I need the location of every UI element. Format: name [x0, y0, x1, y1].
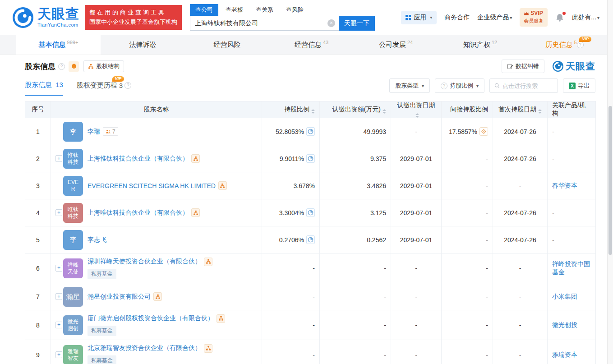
column-header-持股比例[interactable]: 持股比例 — [262, 101, 320, 118]
expand-button[interactable]: + — [55, 351, 62, 358]
shareholder-name-link[interactable]: 瀚星创业投资有限公司 — [88, 293, 151, 301]
shareholder-name-link[interactable]: 北京雅瑞智友投资合伙企业（有限合伙） — [88, 344, 201, 352]
sort-icon[interactable] — [383, 109, 386, 114]
shareholder-avatar[interactable]: 李 — [63, 230, 83, 250]
apps-menu[interactable]: 应用 ▾ — [401, 11, 437, 24]
holding-ratio-value: 3.678% — [294, 182, 315, 189]
tab-历史信息[interactable]: VIP历史信息5? — [522, 35, 607, 55]
expand-button[interactable]: + — [55, 265, 62, 272]
data-correction-button[interactable]: 数据纠错 — [502, 60, 544, 73]
shareholder-avatar[interactable]: 惟钛科技 — [63, 149, 83, 169]
table-row: 3EVEREVERGREEN SCITECH SIGMA HK LIMITED3… — [25, 172, 596, 199]
shareholder-name-link[interactable]: 深圳祥峰天使投资合伙企业（有限合伙） — [88, 258, 201, 266]
sort-icon[interactable] — [311, 109, 315, 114]
indirect-ratio-cell: - — [442, 226, 493, 253]
column-header-认缴出资日期[interactable]: 认缴出资日期 — [391, 101, 442, 118]
related-product-link[interactable]: 小米集团 — [552, 293, 577, 300]
equity-structure-button[interactable]: 股权结构 — [83, 60, 124, 72]
subtab-count: 3 — [119, 82, 123, 89]
table-body: 1李李瑞752.8053%49.9993-17.5857%2024-07-26-… — [25, 118, 596, 364]
clear-search-icon[interactable]: × — [327, 19, 335, 27]
help-icon[interactable]: ? — [58, 63, 65, 70]
search-tab-查关系[interactable]: 查关系 — [250, 4, 279, 16]
equity-structure-icon[interactable] — [153, 292, 162, 301]
indirect-holding-icon[interactable] — [479, 127, 488, 136]
sort-icon[interactable] — [538, 109, 542, 114]
related-product-link[interactable]: 微光创投 — [552, 321, 577, 328]
equity-structure-icon[interactable] — [191, 208, 200, 217]
equity-structure-icon[interactable] — [217, 314, 225, 323]
svip-membership-button[interactable]: SVIP 会员服务 — [520, 8, 548, 27]
table-search-input[interactable] — [502, 83, 553, 89]
history-clock-icon[interactable] — [306, 127, 315, 136]
tab-法律诉讼[interactable]: 法律诉讼 — [101, 35, 185, 55]
search-tab-查公司[interactable]: 查公司 — [190, 4, 218, 16]
tab-经营风险[interactable]: 经营风险 — [185, 35, 269, 55]
notifications-bell-icon[interactable] — [555, 13, 564, 22]
subscribed-date-cell: 2029-07-01 — [391, 145, 442, 172]
equity-structure-icon[interactable] — [218, 181, 227, 190]
account-menu[interactable]: 此处有...▾ — [572, 14, 599, 22]
shareholder-avatar[interactable]: 雅瑞智友 — [63, 345, 83, 364]
shareholder-name-link[interactable]: 厦门微光启创股权投资合伙企业（有限合伙） — [88, 314, 214, 323]
shareholder-avatar[interactable]: 李 — [63, 122, 83, 142]
search-tab-查老板[interactable]: 查老板 — [220, 4, 249, 16]
nav-enterprise[interactable]: 企业级产品▾ — [477, 14, 512, 22]
tianyancha-logo[interactable]: 天眼查 TianYanCha.com — [13, 7, 79, 28]
shareholder-avatar[interactable]: 唯钛科技 — [63, 203, 83, 223]
subscribe-bell-icon[interactable] — [69, 61, 79, 72]
shareholder-avatar[interactable]: EVER — [63, 176, 83, 196]
related-product-link[interactable]: 祥峰投资中国基金 — [552, 260, 590, 276]
tab-经营信息[interactable]: 经营信息43 — [269, 35, 354, 55]
tab-公司发展[interactable]: 公司发展24 — [354, 35, 438, 55]
shareholder-name-link[interactable]: 李志飞 — [88, 236, 106, 244]
row-index-cell: 3 — [25, 172, 51, 199]
related-product-link[interactable]: 春华资本 — [552, 182, 577, 189]
subscribed-amount-cell: - — [320, 253, 391, 283]
column-header-认缴出资额(万元)[interactable]: 认缴出资额(万元) — [320, 101, 391, 118]
shareholder-name-cell: +惟钛科技上海惟钛科技合伙企业（有限合伙） — [51, 145, 262, 172]
vertical-scrollbar[interactable] — [607, 0, 613, 364]
filter-label: 持股比例 — [450, 82, 473, 90]
relation-badge[interactable]: 7 — [103, 127, 118, 136]
equity-structure-icon[interactable] — [204, 344, 212, 353]
shareholder-name-link[interactable]: 上海唯钛科技合伙企业（有限合伙） — [88, 209, 189, 217]
export-button[interactable]: X 导出 — [563, 78, 595, 93]
expand-button[interactable]: + — [55, 209, 62, 216]
shareholder-avatar[interactable]: 祥峰天使 — [63, 258, 83, 278]
sort-icon[interactable] — [415, 113, 419, 118]
equity-structure-icon[interactable] — [191, 154, 200, 163]
shareholder-avatar[interactable]: 瀚星 — [63, 287, 83, 307]
expand-button[interactable]: + — [55, 293, 62, 300]
expand-button[interactable]: + — [55, 155, 62, 162]
subtab-shareholders[interactable]: 股东信息 13 — [25, 81, 63, 96]
tab-知识产权[interactable]: 知识产权12 — [438, 35, 522, 55]
history-clock-icon[interactable] — [306, 154, 315, 163]
tab-基本信息[interactable]: 基本信息999+ — [16, 35, 101, 55]
column-header-序号: 序号 — [25, 101, 51, 118]
history-clock-icon[interactable] — [306, 235, 315, 244]
shareholder-name-link[interactable]: 上海惟钛科技合伙企业（有限合伙） — [88, 155, 189, 163]
column-header-首次持股日期[interactable]: 首次持股日期 — [493, 101, 548, 118]
help-icon[interactable]: ? — [577, 41, 584, 48]
shareholder-type-filter[interactable]: 股东类型 ▾ — [389, 78, 430, 93]
shareholder-avatar[interactable]: 微光启创 — [63, 315, 83, 335]
section-title: 股东信息 — [25, 61, 55, 72]
expand-button[interactable]: + — [55, 322, 62, 328]
related-product-link[interactable]: 雅瑞资本 — [552, 351, 577, 358]
search-button[interactable]: 天眼一下 — [339, 16, 375, 31]
search-tab-查风险[interactable]: 查风险 — [281, 4, 309, 16]
history-clock-icon[interactable] — [306, 208, 315, 217]
table-search-box[interactable] — [489, 78, 558, 93]
subtab-equity-change-history[interactable]: VIP 股权变更历程 3 ? — [77, 81, 131, 95]
nav-cooperation[interactable]: 商务合作 — [444, 14, 470, 22]
holding-ratio-filter[interactable]: ? 持股比例 ▾ — [435, 78, 484, 93]
shareholder-name-link[interactable]: EVERGREEN SCITECH SIGMA HK LIMITED — [88, 182, 216, 189]
first-holding-date-value: - — [519, 182, 521, 189]
search-input[interactable] — [190, 16, 339, 31]
equity-structure-icon[interactable] — [204, 258, 212, 266]
shareholder-name-link[interactable]: 李瑞 — [88, 128, 100, 136]
help-icon[interactable]: ? — [124, 82, 131, 89]
subscribed-date-value: 2029-07-01 — [400, 155, 433, 162]
scrollbar-thumb[interactable] — [608, 106, 612, 255]
